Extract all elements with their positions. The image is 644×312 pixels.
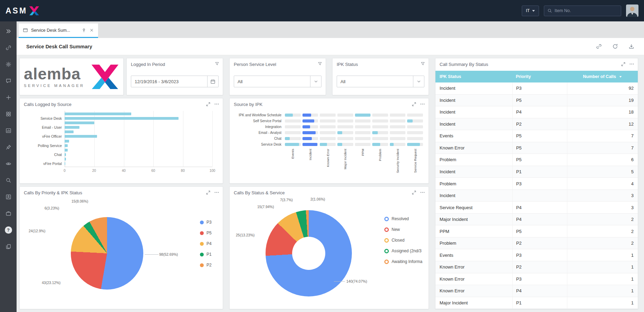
heatmap-cell[interactable] xyxy=(285,119,301,123)
more-options-icon[interactable] xyxy=(629,61,634,67)
export-button[interactable] xyxy=(628,43,634,49)
sidebar-item-pins[interactable] xyxy=(0,139,17,155)
app-logo[interactable]: ASM xyxy=(6,6,39,16)
heatmap-cell[interactable] xyxy=(390,119,406,123)
heatmap-cell[interactable] xyxy=(285,137,301,140)
more-options-icon[interactable] xyxy=(214,101,219,107)
legend-item[interactable]: Assigned (2nd/3 xyxy=(384,248,422,254)
bar[interactable] xyxy=(65,149,68,152)
heatmap-cell[interactable] xyxy=(355,137,371,140)
bar[interactable] xyxy=(65,153,66,156)
table-row[interactable]: IncidentP392 xyxy=(435,82,638,95)
heatmap-cell[interactable] xyxy=(355,143,371,146)
legend-item[interactable]: P2 xyxy=(200,262,212,268)
heatmap-cell[interactable] xyxy=(302,143,318,146)
filter-funnel-icon[interactable] xyxy=(421,61,425,66)
legend-item[interactable]: P4 xyxy=(200,241,212,247)
table-row[interactable]: Known ErrorP21 xyxy=(435,261,638,273)
heatmap-cell[interactable] xyxy=(390,114,406,117)
heatmap-cell[interactable] xyxy=(302,125,318,128)
table-row[interactable]: EventsP57 xyxy=(435,130,638,142)
heatmap-cell[interactable] xyxy=(320,119,336,123)
sidebar-item-watch[interactable] xyxy=(0,155,17,172)
table-row[interactable]: ProblemP56 xyxy=(435,154,638,166)
legend-item[interactable]: Closed xyxy=(384,237,422,243)
sidebar-item-search[interactable] xyxy=(0,172,17,188)
heatmap-cell[interactable] xyxy=(285,131,301,134)
heatmap-cell[interactable] xyxy=(337,119,353,123)
table-row[interactable]: Major IncidentP42 xyxy=(435,214,638,226)
heatmap-cell[interactable] xyxy=(407,131,423,134)
bar[interactable] xyxy=(65,121,94,124)
sidebar-expand-button[interactable] xyxy=(0,23,17,39)
date-range-input[interactable] xyxy=(131,76,219,87)
chevron-down-icon[interactable] xyxy=(310,76,321,87)
heatmap-cell[interactable] xyxy=(355,119,371,123)
heatmap-cell[interactable] xyxy=(337,125,353,128)
heatmap-cell[interactable] xyxy=(285,125,301,128)
more-options-icon[interactable] xyxy=(420,101,425,107)
pin-icon[interactable] xyxy=(81,28,86,33)
bar[interactable] xyxy=(65,162,65,165)
filter-funnel-icon[interactable] xyxy=(215,61,219,66)
table-row[interactable]: IncidentP212 xyxy=(435,118,638,130)
heatmap-cell[interactable] xyxy=(337,114,353,117)
heatmap-cell[interactable] xyxy=(390,137,406,140)
sidebar-item-pages[interactable] xyxy=(0,238,17,255)
sidebar-item-new[interactable] xyxy=(0,89,17,106)
table-row[interactable]: IncidentP519 xyxy=(435,95,638,107)
bar[interactable] xyxy=(65,158,66,160)
heatmap-cell[interactable] xyxy=(372,125,388,128)
table-row[interactable]: IncidentP15 xyxy=(435,166,638,178)
user-avatar[interactable] xyxy=(626,4,638,17)
refresh-button[interactable] xyxy=(612,43,618,49)
filter-funnel-icon[interactable] xyxy=(318,61,322,66)
language-selector[interactable]: IT xyxy=(522,6,539,16)
sidebar-item-help[interactable] xyxy=(0,222,17,238)
sidebar-item-services[interactable] xyxy=(0,205,17,222)
heatmap-cell[interactable] xyxy=(355,131,371,134)
expand-icon[interactable] xyxy=(412,102,416,107)
heatmap-cell[interactable] xyxy=(372,114,388,117)
heatmap-cell[interactable] xyxy=(285,143,301,146)
table-row[interactable]: Known ErrorP31 xyxy=(435,273,638,285)
bar[interactable] xyxy=(65,140,69,143)
global-search[interactable] xyxy=(544,6,621,16)
table-row[interactable]: Known ErrorP41 xyxy=(435,285,638,297)
heatmap-cell[interactable] xyxy=(372,131,388,134)
sidebar-item-apps[interactable] xyxy=(0,106,17,122)
calendar-icon[interactable] xyxy=(207,76,218,87)
heatmap-cell[interactable] xyxy=(337,137,353,140)
sidebar-item-link[interactable] xyxy=(0,39,17,56)
table-row[interactable]: EventsP31 xyxy=(435,249,638,261)
sidebar-item-chat[interactable] xyxy=(0,72,17,89)
heatmap-cell[interactable] xyxy=(302,119,318,123)
bar[interactable] xyxy=(65,144,68,147)
heatmap-cell[interactable] xyxy=(372,137,388,140)
heatmap-cell[interactable] xyxy=(302,131,318,134)
table-row[interactable]: Service RequestP43 xyxy=(435,202,638,214)
sidebar-item-dashboards[interactable] xyxy=(0,122,17,139)
legend-item[interactable]: Resolved xyxy=(384,216,422,222)
heatmap-cell[interactable] xyxy=(302,114,318,117)
bar[interactable] xyxy=(65,113,131,115)
chevron-down-icon[interactable] xyxy=(413,76,424,87)
column-header-ipk-status[interactable]: IPK Status xyxy=(435,74,512,79)
table-row[interactable]: Known ErrorP57 xyxy=(435,142,638,154)
table-row[interactable]: ProblemP34 xyxy=(435,178,638,190)
heatmap-cell[interactable] xyxy=(390,143,406,146)
ipk-status-select[interactable]: All xyxy=(337,76,424,87)
table-row[interactable]: Incident3 xyxy=(435,190,638,202)
legend-item[interactable]: P1 xyxy=(200,251,212,257)
table-row[interactable]: PPMP52 xyxy=(435,225,638,237)
heatmap-cell[interactable] xyxy=(407,137,423,140)
table-row[interactable]: ProblemP22 xyxy=(435,237,638,250)
close-icon[interactable] xyxy=(89,28,94,32)
heatmap-cell[interactable] xyxy=(320,143,336,146)
heatmap-cell[interactable] xyxy=(372,143,388,146)
heatmap-cell[interactable] xyxy=(337,131,353,134)
bar[interactable] xyxy=(65,135,97,138)
sidebar-item-settings[interactable] xyxy=(0,56,17,72)
column-header-number-of-calls[interactable]: Number of Calls xyxy=(567,74,638,79)
heatmap-cell[interactable] xyxy=(337,143,353,146)
